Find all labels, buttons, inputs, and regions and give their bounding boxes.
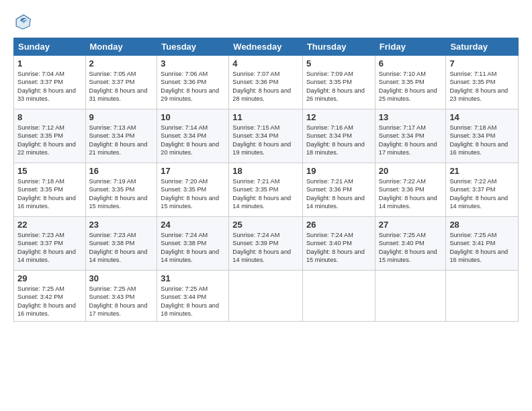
day-number: 23	[89, 220, 154, 230]
day-number: 2	[89, 58, 154, 68]
cell-info: Sunrise: 7:21 AMSunset: 3:35 PMDaylight:…	[232, 177, 299, 211]
cell-info: Sunrise: 7:21 AMSunset: 3:36 PMDaylight:…	[306, 177, 371, 211]
cell-info: Sunrise: 7:15 AMSunset: 3:34 PMDaylight:…	[232, 124, 299, 157]
col-header-thursday: Thursday	[302, 38, 375, 56]
cell-info: Sunrise: 7:24 AMSunset: 3:40 PMDaylight:…	[306, 231, 371, 265]
cell-info: Sunrise: 7:14 AMSunset: 3:34 PMDaylight:…	[161, 124, 225, 157]
col-header-friday: Friday	[375, 38, 446, 56]
logo	[13, 12, 35, 31]
day-number: 14	[449, 112, 515, 122]
col-header-monday: Monday	[85, 38, 157, 56]
cell-info: Sunrise: 7:13 AMSunset: 3:34 PMDaylight:…	[89, 124, 154, 157]
cell-info: Sunrise: 7:04 AMSunset: 3:37 PMDaylight:…	[17, 70, 82, 103]
day-number: 24	[161, 220, 225, 230]
day-number: 7	[449, 58, 515, 68]
cell-info: Sunrise: 7:11 AMSunset: 3:35 PMDaylight:…	[449, 70, 515, 103]
calendar-cell: 16Sunrise: 7:19 AMSunset: 3:35 PMDayligh…	[85, 163, 157, 217]
calendar-cell: 29Sunrise: 7:25 AMSunset: 3:42 PMDayligh…	[14, 271, 86, 322]
header	[13, 12, 519, 31]
day-number: 12	[306, 112, 371, 122]
cell-info: Sunrise: 7:23 AMSunset: 3:38 PMDaylight:…	[89, 231, 154, 265]
cell-info: Sunrise: 7:09 AMSunset: 3:35 PMDaylight:…	[306, 70, 371, 103]
calendar-cell: 30Sunrise: 7:25 AMSunset: 3:43 PMDayligh…	[85, 271, 157, 322]
calendar-cell: 8Sunrise: 7:12 AMSunset: 3:35 PMDaylight…	[14, 109, 86, 163]
day-number: 13	[379, 112, 443, 122]
day-number: 11	[232, 112, 299, 122]
cell-info: Sunrise: 7:17 AMSunset: 3:34 PMDaylight:…	[379, 124, 443, 157]
cell-info: Sunrise: 7:22 AMSunset: 3:36 PMDaylight:…	[379, 177, 443, 211]
col-header-tuesday: Tuesday	[157, 38, 229, 56]
cell-info: Sunrise: 7:05 AMSunset: 3:37 PMDaylight:…	[89, 70, 154, 103]
calendar-cell: 3Sunrise: 7:06 AMSunset: 3:36 PMDaylight…	[157, 56, 229, 109]
day-number: 17	[161, 166, 225, 176]
day-number: 27	[379, 220, 443, 230]
calendar-header-row: SundayMondayTuesdayWednesdayThursdayFrid…	[14, 38, 519, 56]
day-number: 22	[17, 220, 82, 230]
day-number: 5	[306, 58, 371, 68]
logo-icon	[13, 12, 32, 31]
cell-info: Sunrise: 7:18 AMSunset: 3:35 PMDaylight:…	[17, 177, 82, 211]
calendar-cell: 4Sunrise: 7:07 AMSunset: 3:36 PMDaylight…	[229, 56, 303, 109]
day-number: 26	[306, 220, 371, 230]
calendar-cell: 10Sunrise: 7:14 AMSunset: 3:34 PMDayligh…	[157, 109, 229, 163]
cell-info: Sunrise: 7:20 AMSunset: 3:35 PMDaylight:…	[161, 177, 225, 211]
calendar-cell: 19Sunrise: 7:21 AMSunset: 3:36 PMDayligh…	[302, 163, 375, 217]
day-number: 10	[161, 112, 225, 122]
calendar-week-row: 29Sunrise: 7:25 AMSunset: 3:42 PMDayligh…	[14, 271, 519, 322]
calendar-cell: 20Sunrise: 7:22 AMSunset: 3:36 PMDayligh…	[375, 163, 446, 217]
cell-info: Sunrise: 7:25 AMSunset: 3:44 PMDaylight:…	[161, 285, 225, 318]
cell-info: Sunrise: 7:22 AMSunset: 3:37 PMDaylight:…	[449, 177, 515, 211]
cell-info: Sunrise: 7:25 AMSunset: 3:43 PMDaylight:…	[89, 285, 154, 318]
day-number: 25	[232, 220, 299, 230]
calendar-table: SundayMondayTuesdayWednesdayThursdayFrid…	[13, 38, 519, 322]
calendar-cell: 2Sunrise: 7:05 AMSunset: 3:37 PMDaylight…	[85, 56, 157, 109]
day-number: 29	[17, 273, 82, 283]
day-number: 31	[161, 273, 225, 283]
calendar-cell: 18Sunrise: 7:21 AMSunset: 3:35 PMDayligh…	[229, 163, 303, 217]
calendar-cell: 26Sunrise: 7:24 AMSunset: 3:40 PMDayligh…	[302, 217, 375, 271]
cell-info: Sunrise: 7:25 AMSunset: 3:42 PMDaylight:…	[17, 285, 82, 318]
day-number: 15	[17, 166, 82, 176]
day-number: 16	[89, 166, 154, 176]
calendar-cell	[446, 271, 519, 322]
calendar-cell: 12Sunrise: 7:16 AMSunset: 3:34 PMDayligh…	[302, 109, 375, 163]
calendar-cell: 21Sunrise: 7:22 AMSunset: 3:37 PMDayligh…	[446, 163, 519, 217]
cell-info: Sunrise: 7:23 AMSunset: 3:37 PMDaylight:…	[17, 231, 82, 265]
calendar-cell	[375, 271, 446, 322]
calendar-cell: 6Sunrise: 7:10 AMSunset: 3:35 PMDaylight…	[375, 56, 446, 109]
calendar-week-row: 15Sunrise: 7:18 AMSunset: 3:35 PMDayligh…	[14, 163, 519, 217]
calendar-cell	[302, 271, 375, 322]
page: SundayMondayTuesdayWednesdayThursdayFrid…	[0, 0, 532, 411]
calendar-cell: 27Sunrise: 7:25 AMSunset: 3:40 PMDayligh…	[375, 217, 446, 271]
cell-info: Sunrise: 7:12 AMSunset: 3:35 PMDaylight:…	[17, 124, 82, 157]
calendar-cell: 28Sunrise: 7:25 AMSunset: 3:41 PMDayligh…	[446, 217, 519, 271]
calendar-cell: 5Sunrise: 7:09 AMSunset: 3:35 PMDaylight…	[302, 56, 375, 109]
col-header-saturday: Saturday	[446, 38, 519, 56]
col-header-sunday: Sunday	[14, 38, 86, 56]
day-number: 18	[232, 166, 299, 176]
day-number: 4	[232, 58, 299, 68]
day-number: 21	[449, 166, 515, 176]
calendar-cell: 11Sunrise: 7:15 AMSunset: 3:34 PMDayligh…	[229, 109, 303, 163]
day-number: 19	[306, 166, 371, 176]
cell-info: Sunrise: 7:16 AMSunset: 3:34 PMDaylight:…	[306, 124, 371, 157]
cell-info: Sunrise: 7:24 AMSunset: 3:38 PMDaylight:…	[161, 231, 225, 265]
calendar-cell: 22Sunrise: 7:23 AMSunset: 3:37 PMDayligh…	[14, 217, 86, 271]
cell-info: Sunrise: 7:25 AMSunset: 3:40 PMDaylight:…	[379, 231, 443, 265]
day-number: 6	[379, 58, 443, 68]
cell-info: Sunrise: 7:19 AMSunset: 3:35 PMDaylight:…	[89, 177, 154, 211]
day-number: 28	[449, 220, 515, 230]
calendar-cell: 24Sunrise: 7:24 AMSunset: 3:38 PMDayligh…	[157, 217, 229, 271]
calendar-body: 1Sunrise: 7:04 AMSunset: 3:37 PMDaylight…	[14, 56, 519, 322]
day-number: 8	[17, 112, 82, 122]
day-number: 20	[379, 166, 443, 176]
day-number: 30	[89, 273, 154, 283]
cell-info: Sunrise: 7:18 AMSunset: 3:34 PMDaylight:…	[449, 124, 515, 157]
cell-info: Sunrise: 7:25 AMSunset: 3:41 PMDaylight:…	[449, 231, 515, 265]
calendar-cell: 1Sunrise: 7:04 AMSunset: 3:37 PMDaylight…	[14, 56, 86, 109]
calendar-cell	[229, 271, 303, 322]
calendar-cell: 15Sunrise: 7:18 AMSunset: 3:35 PMDayligh…	[14, 163, 86, 217]
calendar-week-row: 22Sunrise: 7:23 AMSunset: 3:37 PMDayligh…	[14, 217, 519, 271]
day-number: 3	[161, 58, 225, 68]
cell-info: Sunrise: 7:24 AMSunset: 3:39 PMDaylight:…	[232, 231, 299, 265]
